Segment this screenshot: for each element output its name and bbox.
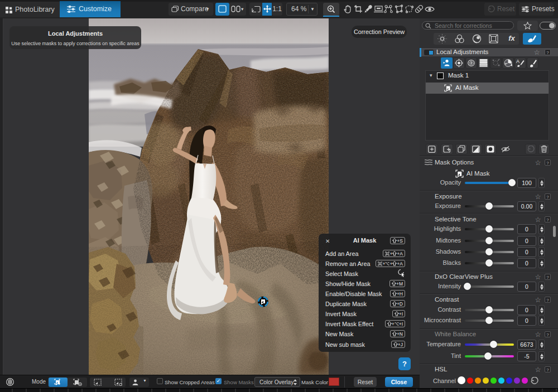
svg-text:A: A xyxy=(516,59,519,64)
